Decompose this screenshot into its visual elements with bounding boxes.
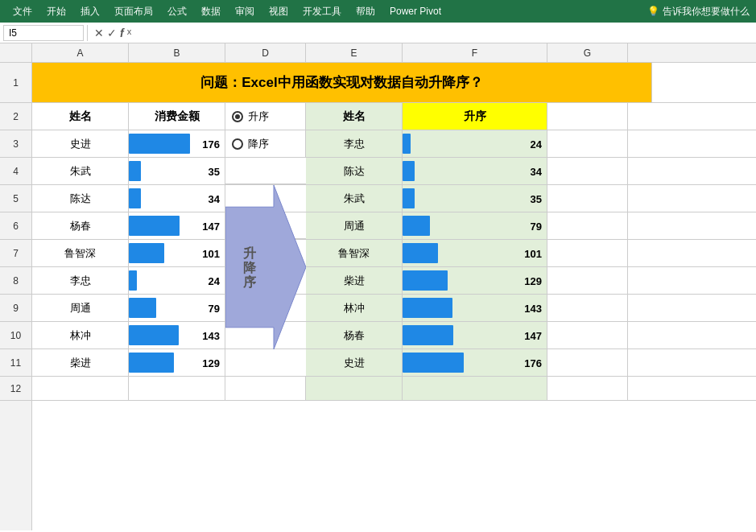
col-header-a[interactable]: A: [32, 43, 129, 62]
col-header-e[interactable]: E: [306, 43, 403, 62]
row-8: 李忠 24 柴进 129: [32, 267, 756, 295]
cell-f11[interactable]: 176: [403, 349, 547, 376]
cell-a5[interactable]: 陈达: [32, 185, 129, 212]
row-2: 姓名 消费金额 升序 姓名 升序: [32, 103, 756, 130]
cell-f3[interactable]: 24: [403, 130, 547, 157]
spreadsheet: A B D E F G 1 2 3 4 5 6 7 8 9 10 11 12: [0, 43, 756, 530]
cell-f10[interactable]: 147: [403, 322, 547, 348]
cell-f7[interactable]: 101: [403, 240, 547, 266]
grid-rows: 问题：Excel中用函数实现对数据自动升降序？ 姓名 消费金额 升序 姓名 升序: [32, 63, 756, 530]
cell-d6-arrow-mid: [225, 212, 306, 239]
cell-f9[interactable]: 143: [403, 295, 547, 321]
cell-e3[interactable]: 李忠: [306, 130, 403, 157]
radio-asc-circle[interactable]: [232, 111, 243, 122]
menu-review[interactable]: 审阅: [229, 2, 261, 21]
cell-e5[interactable]: 朱武: [306, 185, 403, 212]
menu-dev-tools[interactable]: 开发工具: [296, 2, 348, 21]
cell-e12: [306, 377, 403, 400]
cell-e6[interactable]: 周通: [306, 212, 403, 239]
menu-help[interactable]: 帮助: [349, 2, 382, 21]
cell-b9[interactable]: 79: [129, 295, 225, 321]
cancel-icon[interactable]: ✕: [94, 27, 104, 39]
col-header-g[interactable]: G: [547, 43, 628, 62]
row-num-6: 6: [0, 212, 31, 240]
cell-e9[interactable]: 林冲: [306, 295, 403, 321]
formula-input[interactable]: [138, 27, 753, 39]
formula-bar-separator: [87, 25, 88, 41]
menu-view[interactable]: 视图: [262, 2, 295, 21]
row-num-3: 3: [0, 130, 31, 158]
cell-e11[interactable]: 史进: [306, 349, 403, 376]
confirm-icon[interactable]: ✓: [107, 27, 117, 39]
cell-e7[interactable]: 鲁智深: [306, 240, 403, 266]
cell-e2[interactable]: 姓名: [306, 103, 403, 130]
row-num-8: 8: [0, 267, 31, 295]
cell-b8[interactable]: 24: [129, 267, 225, 294]
cell-b4[interactable]: 35: [129, 158, 225, 184]
cell-a6[interactable]: 杨春: [32, 212, 129, 239]
cell-f4[interactable]: 34: [403, 158, 547, 184]
radio-desc[interactable]: 降序: [232, 137, 269, 151]
insert-function-icon[interactable]: f: [120, 27, 124, 39]
row-num-9: 9: [0, 295, 31, 322]
cell-b10[interactable]: 143: [129, 322, 225, 348]
row-7: 鲁智深 101 鲁智深 101: [32, 240, 756, 267]
cell-f2[interactable]: 升序: [403, 103, 547, 130]
search-icon: 💡: [647, 6, 659, 17]
cell-a9[interactable]: 周通: [32, 295, 129, 321]
cell-a4[interactable]: 朱武: [32, 158, 129, 184]
row-num-header: [0, 43, 32, 62]
cell-a3[interactable]: 史进: [32, 130, 129, 157]
menu-data[interactable]: 数据: [195, 2, 227, 21]
col-header-f[interactable]: F: [403, 43, 547, 62]
cell-a11[interactable]: 柴进: [32, 349, 129, 376]
row-num-4: 4: [0, 158, 31, 185]
title-cell: 问题：Excel中用函数实现对数据自动升降序？: [32, 63, 652, 102]
cell-d4-arrow: [225, 158, 306, 184]
cell-a7[interactable]: 鲁智深: [32, 240, 129, 266]
cell-b3[interactable]: 176: [129, 130, 225, 157]
row-num-7: 7: [0, 240, 31, 267]
menu-file[interactable]: 文件: [6, 2, 39, 21]
cell-f6[interactable]: 79: [403, 212, 547, 239]
row-numbers: 1 2 3 4 5 6 7 8 9 10 11 12: [0, 63, 32, 530]
row-11: 柴进 129 史进 176: [32, 349, 756, 377]
cell-g2: [547, 103, 628, 130]
cell-e8[interactable]: 柴进: [306, 267, 403, 294]
cell-f12: [403, 377, 547, 400]
radio-desc-circle[interactable]: [232, 138, 243, 150]
radio-asc-label: 升序: [248, 109, 269, 124]
insert-function-label[interactable]: x: [127, 27, 132, 39]
row-num-2: 2: [0, 103, 31, 130]
cell-reference-box[interactable]: I5: [3, 25, 84, 41]
menu-formula[interactable]: 公式: [161, 2, 193, 21]
search-box[interactable]: 💡 告诉我你想要做什么: [647, 5, 750, 19]
cell-f8[interactable]: 129: [403, 267, 547, 294]
formula-icons: ✕ ✓ fx: [91, 27, 134, 39]
cell-b7[interactable]: 101: [129, 240, 225, 266]
cell-g9: [547, 295, 628, 321]
cell-b11[interactable]: 129: [129, 349, 225, 376]
cell-a12: [32, 377, 129, 400]
cell-e10[interactable]: 杨春: [306, 322, 403, 348]
cell-d5: [225, 185, 306, 212]
cell-a8[interactable]: 李忠: [32, 267, 129, 294]
cell-b2[interactable]: 消费金额: [129, 103, 225, 130]
col-header-d[interactable]: D: [225, 43, 306, 62]
cell-f5[interactable]: 35: [403, 185, 547, 212]
cell-a2[interactable]: 姓名: [32, 103, 129, 130]
radio-asc[interactable]: 升序: [232, 109, 269, 124]
menu-power-pivot[interactable]: Power Pivot: [383, 3, 448, 19]
cell-b5[interactable]: 34: [129, 185, 225, 212]
menu-page-layout[interactable]: 页面布局: [108, 2, 159, 21]
cell-a10[interactable]: 林冲: [32, 322, 129, 348]
menu-home[interactable]: 开始: [40, 2, 72, 21]
cell-d11: [225, 349, 306, 376]
cell-b6[interactable]: 147: [129, 212, 225, 239]
cell-d8: [225, 267, 306, 294]
row-1: 问题：Excel中用函数实现对数据自动升降序？: [32, 63, 756, 103]
cell-g3: [547, 130, 628, 157]
col-header-b[interactable]: B: [129, 43, 225, 62]
cell-e4[interactable]: 陈达: [306, 158, 403, 184]
menu-insert[interactable]: 插入: [74, 2, 106, 21]
